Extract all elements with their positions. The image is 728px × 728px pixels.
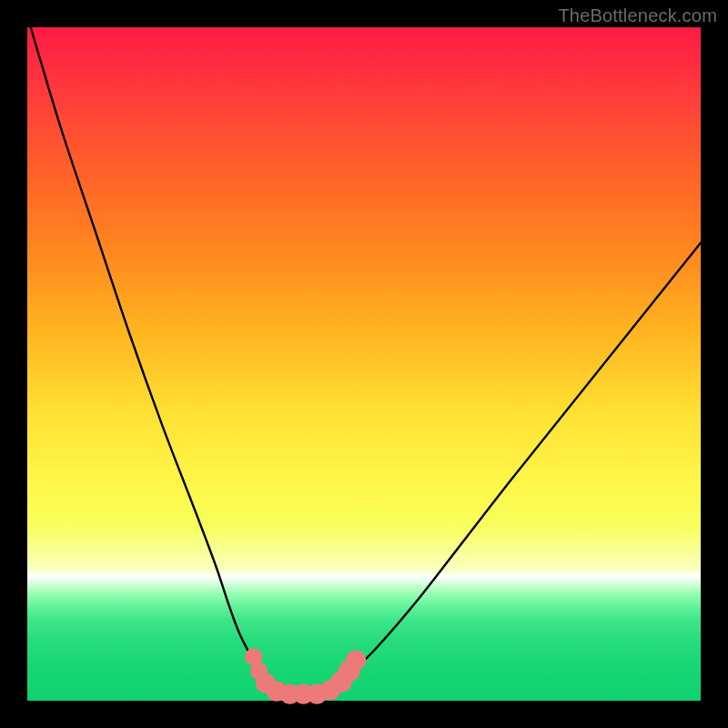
- watermark-text: TheBottleneck.com: [558, 5, 717, 26]
- bottleneck-curve: [31, 27, 701, 694]
- valley-markers: [245, 648, 366, 703]
- curve-layer: [27, 27, 701, 701]
- plot-area: [27, 27, 701, 701]
- bottleneck-curve-path: [31, 27, 701, 694]
- valley-marker: [346, 651, 366, 671]
- chart-frame: TheBottleneck.com: [0, 0, 728, 728]
